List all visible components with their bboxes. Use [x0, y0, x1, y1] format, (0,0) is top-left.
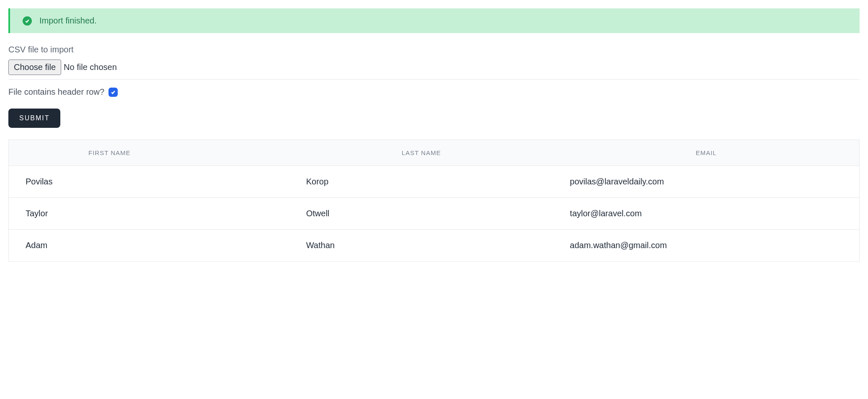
- cell-first-name: Taylor: [9, 198, 289, 230]
- cell-last-name: Korop: [289, 166, 553, 198]
- table-header-last-name: LAST NAME: [289, 140, 553, 166]
- cell-last-name: Wathan: [289, 230, 553, 262]
- csv-file-label: CSV file to import: [8, 45, 860, 54]
- table-row: TaylorOtwelltaylor@laravel.com: [9, 198, 860, 230]
- check-circle-icon: [23, 16, 32, 26]
- choose-file-button[interactable]: Choose file: [8, 60, 61, 75]
- table-row: AdamWathanadam.wathan@gmail.com: [9, 230, 860, 262]
- cell-email: povilas@laraveldaily.com: [553, 166, 859, 198]
- table-header-first-name: FIRST NAME: [9, 140, 289, 166]
- file-status-text: No file chosen: [64, 62, 117, 72]
- header-row-label: File contains header row?: [8, 87, 104, 97]
- cell-first-name: Povilas: [9, 166, 289, 198]
- submit-button[interactable]: SUBMIT: [8, 109, 60, 128]
- table-row: PovilasKoroppovilas@laraveldaily.com: [9, 166, 860, 198]
- header-row-checkbox[interactable]: [108, 88, 118, 97]
- divider: [8, 79, 860, 80]
- alert-message: Import finished.: [39, 16, 97, 26]
- cell-email: taylor@laravel.com: [553, 198, 859, 230]
- table-header-email: EMAIL: [553, 140, 859, 166]
- file-input-row: Choose file No file chosen: [8, 60, 860, 75]
- cell-email: adam.wathan@gmail.com: [553, 230, 859, 262]
- header-row-option: File contains header row?: [8, 87, 860, 97]
- results-table: FIRST NAME LAST NAME EMAIL PovilasKoropp…: [8, 140, 860, 262]
- success-alert: Import finished.: [8, 8, 860, 33]
- cell-last-name: Otwell: [289, 198, 553, 230]
- cell-first-name: Adam: [9, 230, 289, 262]
